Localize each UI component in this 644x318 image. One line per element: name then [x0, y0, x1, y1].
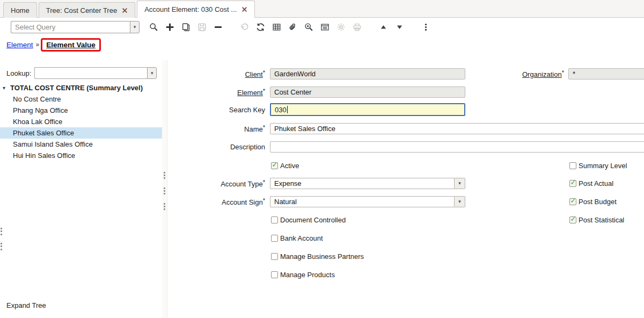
zoom-across-icon[interactable]	[304, 22, 314, 32]
tree-item[interactable]: Khoa Lak Office	[0, 116, 162, 127]
grid-toggle-icon[interactable]	[272, 22, 282, 32]
element-field: Cost Center	[270, 86, 465, 98]
document-controlled-checkbox[interactable]	[271, 216, 278, 223]
manage-products-checkbox[interactable]	[271, 271, 278, 278]
account-sign-dropdown[interactable]: Natural	[270, 196, 465, 207]
checkbox-label: Bank Account	[280, 234, 323, 242]
post-budget-checkbox-row: Post Budget	[569, 197, 617, 206]
process-gear-icon[interactable]	[336, 22, 346, 32]
lookup-combobox[interactable]	[34, 67, 157, 79]
expand-tree-button[interactable]: Expand Tree	[6, 301, 46, 309]
west-splitter-grip[interactable]	[1, 228, 2, 235]
description-input[interactable]	[270, 141, 644, 153]
splitter-grip[interactable]	[164, 172, 165, 179]
select-query-combobox[interactable]: Select Query	[11, 21, 140, 33]
toolbar: Select Query	[0, 18, 644, 35]
post-statistical-checkbox[interactable]	[569, 216, 576, 223]
collapse-icon[interactable]	[3, 85, 10, 91]
tree-item-label: Phuket Sales Office	[13, 129, 74, 137]
tree-item-label: Phang Nga Office	[13, 106, 68, 114]
checkbox-label: Post Budget	[579, 198, 617, 206]
parent-record-icon[interactable]	[378, 22, 389, 32]
annotation-highlight: Element Value	[41, 38, 101, 52]
checkbox-label: Manage Business Partners	[280, 252, 364, 261]
checkbox-label: Post Actual	[579, 179, 613, 187]
manage-business-partners-checkbox[interactable]	[271, 253, 278, 260]
checkbox-label: Manage Products	[280, 271, 335, 279]
splitter-grip[interactable]	[164, 187, 165, 194]
save-icon[interactable]	[197, 22, 207, 32]
tab-cost-center-tree[interactable]: Tree: Cost Center Tree	[39, 2, 135, 18]
text-cursor	[287, 106, 288, 113]
name-input[interactable]: Phuket Sales Office	[270, 123, 644, 134]
tree-item-label: TOTAL COST CENTRE (Summary Level)	[10, 84, 143, 92]
print-icon[interactable]	[352, 22, 362, 32]
search-key-input[interactable]: 030	[270, 103, 465, 116]
checkbox-label: Summary Level	[579, 162, 627, 170]
chevron-down-icon[interactable]	[454, 178, 465, 189]
post-budget-checkbox[interactable]	[569, 198, 576, 205]
tree-item[interactable]: Samui Island Sales Office	[0, 139, 162, 150]
chevron-down-icon[interactable]	[147, 67, 157, 79]
tree-item[interactable]: Hui Hin Sales Office	[0, 150, 162, 161]
breadcrumb-element-value[interactable]: Element Value	[46, 41, 96, 49]
post-statistical-checkbox-row: Post Statistical	[569, 215, 624, 224]
tree-item-label: Khoa Lak Office	[13, 118, 62, 126]
copy-record-icon[interactable]	[181, 22, 191, 32]
tree-item[interactable]: No Cost Centre	[0, 93, 162, 105]
client-label: Client*	[167, 69, 265, 78]
breadcrumb-separator: »	[36, 41, 40, 48]
account-type-label: Account Type*	[167, 179, 265, 188]
tab-home[interactable]: Home	[3, 2, 37, 18]
tab-bar: Home Tree: Cost Center Tree Account Elem…	[0, 0, 644, 18]
post-actual-checkbox-row: Post Actual	[569, 179, 613, 187]
checkbox-label: Active	[280, 162, 299, 170]
detail-record-icon[interactable]	[394, 22, 405, 32]
close-icon[interactable]	[122, 8, 128, 13]
manage-products-checkbox-row: Manage Products	[271, 270, 335, 279]
organization-field: *	[568, 68, 644, 80]
bank-account-checkbox[interactable]	[271, 235, 278, 242]
breadcrumb-element-link[interactable]: Element	[6, 41, 33, 49]
client-field: GardenWorld	[270, 68, 465, 80]
tree-item[interactable]: TOTAL COST CENTRE (Summary Level)	[0, 82, 162, 93]
cost-center-tree: TOTAL COST CENTRE (Summary Level) No Cos…	[0, 82, 162, 161]
search-key-label: Search Key	[167, 106, 265, 114]
summary-level-checkbox-row: Summary Level	[569, 161, 627, 170]
west-splitter-grip[interactable]	[1, 243, 2, 250]
tree-panel: Lookup: TOTAL COST CENTRE (Summary Level…	[0, 60, 162, 318]
more-actions-icon[interactable]	[421, 22, 431, 32]
application-window: Home Tree: Cost Center Tree Account Elem…	[0, 0, 644, 318]
tree-item[interactable]: Phuket Sales Office	[0, 127, 162, 139]
new-record-icon[interactable]	[165, 22, 175, 32]
report-icon[interactable]	[320, 22, 330, 32]
post-actual-checkbox[interactable]	[569, 180, 576, 187]
chevron-down-icon[interactable]	[454, 196, 465, 207]
account-type-dropdown[interactable]: Expense	[270, 178, 465, 189]
bank-account-checkbox-row: Bank Account	[271, 234, 323, 242]
close-icon[interactable]	[241, 6, 247, 12]
active-checkbox[interactable]	[271, 162, 278, 169]
account-sign-value[interactable]: Natural	[270, 196, 454, 207]
tab-label: Home	[11, 6, 30, 15]
element-label: Element*	[167, 88, 265, 97]
name-label: Name*	[167, 124, 265, 133]
toolbar-icons	[149, 22, 431, 32]
lookup-row: Lookup:	[6, 67, 157, 79]
attachment-icon[interactable]	[288, 22, 298, 32]
tree-item-label: No Cost Centre	[13, 95, 61, 103]
tree-item-label: Samui Island Sales Office	[13, 140, 93, 148]
delete-record-icon[interactable]	[213, 22, 223, 32]
tree-item[interactable]: Phang Nga Office	[0, 105, 162, 116]
lookup-input[interactable]	[34, 67, 147, 79]
document-controlled-checkbox-row: Document Controlled	[271, 215, 346, 224]
undo-icon[interactable]	[239, 22, 250, 32]
search-icon[interactable]	[149, 22, 159, 32]
tab-account-element[interactable]: Account Element: 030 Cost ...	[137, 1, 255, 18]
refresh-icon[interactable]	[255, 22, 266, 32]
select-query-input[interactable]: Select Query	[11, 21, 130, 33]
account-type-value[interactable]: Expense	[270, 178, 454, 189]
splitter-grip[interactable]	[164, 203, 165, 210]
summary-level-checkbox[interactable]	[569, 162, 576, 169]
chevron-down-icon[interactable]	[130, 21, 140, 33]
